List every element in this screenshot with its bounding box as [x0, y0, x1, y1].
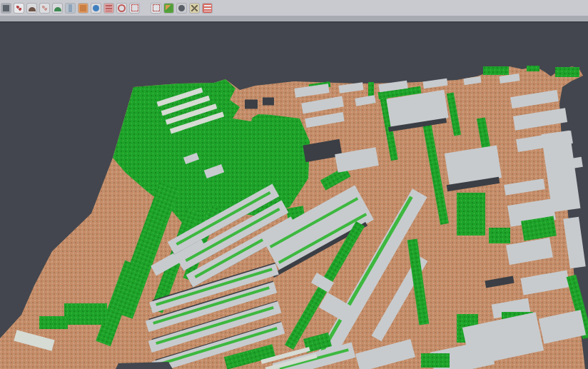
- sphere-view-glyph: [178, 5, 185, 11]
- cross-markers-glyph: [191, 5, 198, 11]
- ortho-tile-icon[interactable]: [78, 4, 88, 13]
- clip-region-icon[interactable]: [151, 4, 161, 13]
- flag-stripes-glyph: [204, 5, 211, 11]
- vegetation-patch: [39, 316, 68, 329]
- clip-region-glyph: [153, 4, 160, 11]
- colored-points-glyph: [16, 5, 22, 11]
- vegetation-patch: [483, 66, 509, 75]
- sphere-view-icon[interactable]: [177, 4, 186, 13]
- cross-markers-icon[interactable]: [190, 4, 199, 13]
- box-select-icon[interactable]: [130, 4, 139, 13]
- point-cloud-open-glyph: [3, 5, 9, 11]
- vegetation-patch: [489, 228, 510, 243]
- point-cloud-open-icon[interactable]: [1, 4, 11, 13]
- circle-select-glyph: [118, 4, 126, 12]
- orbit-view-glyph: [93, 5, 99, 11]
- colored-points-icon[interactable]: [14, 4, 24, 13]
- ortho-tile-glyph: [80, 5, 86, 11]
- vegetation-patch: [527, 66, 539, 71]
- layer-list-icon[interactable]: [104, 4, 113, 13]
- classification-map-glyph: [166, 5, 172, 11]
- orbit-view-icon[interactable]: [91, 4, 101, 13]
- classification-map-icon[interactable]: [164, 4, 173, 13]
- dtm-hill-icon[interactable]: [53, 4, 62, 13]
- main-toolbar: [0, 0, 588, 16]
- dtm-hill-glyph: [54, 7, 61, 11]
- shadow-dark-patch: [245, 100, 258, 109]
- point-cloud-canvas[interactable]: [0, 23, 588, 369]
- vegetation-patch: [64, 303, 107, 325]
- toolbar-lower-strip: [0, 16, 588, 21]
- sparse-points-glyph: [41, 5, 48, 11]
- vegetation-patch: [421, 353, 450, 368]
- vegetation-patch: [555, 67, 579, 77]
- terrain-mound-icon[interactable]: [27, 4, 36, 13]
- terrain-mound-glyph: [29, 7, 36, 11]
- sparse-points-icon[interactable]: [40, 4, 49, 13]
- side-panel-icon[interactable]: [66, 4, 75, 13]
- 3d-viewport[interactable]: [0, 23, 588, 369]
- flag-stripes-icon[interactable]: [203, 4, 212, 13]
- layer-list-glyph: [106, 5, 112, 11]
- vegetation-patch: [457, 193, 485, 236]
- circle-select-icon[interactable]: [117, 4, 126, 13]
- box-select-glyph: [131, 4, 138, 11]
- side-panel-glyph: [69, 4, 72, 12]
- shadow-dark-patch: [263, 98, 274, 106]
